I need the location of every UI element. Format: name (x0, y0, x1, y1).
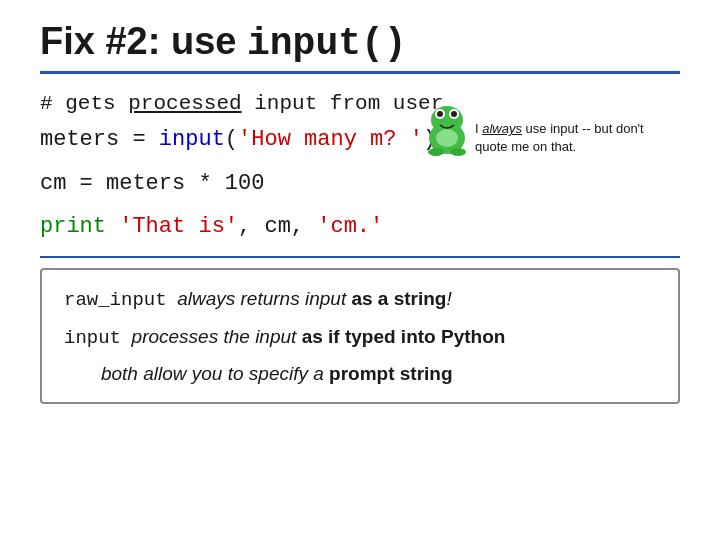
comment-underlined: processed (128, 92, 241, 115)
info-row3-italic: both allow you to specify a (101, 363, 329, 384)
info-row1-bold: as a string (351, 288, 446, 309)
svg-point-7 (450, 148, 466, 156)
title-area: Fix #2: use input() (40, 20, 680, 65)
cm-line: cm = meters * 100 (40, 169, 680, 199)
input-string: 'How many m? ' (238, 127, 423, 152)
cm-text: cm = meters * 100 (40, 171, 264, 196)
info-row1-italic: always returns input (177, 288, 351, 309)
input-code: input (64, 327, 121, 349)
tooltip-always: always (482, 121, 522, 136)
input-keyword: input (159, 127, 225, 152)
comment-line: # gets processed input from user (40, 92, 680, 115)
mascot-svg (420, 100, 475, 158)
title-code: input() (247, 22, 407, 65)
raw-input-code: raw_input (64, 289, 167, 311)
info-box: raw_input always returns input as a stri… (40, 268, 680, 404)
comment-rest: input from user (242, 92, 444, 115)
slide: Fix #2: use input() # gets processed inp… (0, 0, 720, 540)
top-divider (40, 71, 680, 74)
info-row2-bold: as if typed into Python (302, 326, 506, 347)
svg-point-6 (428, 148, 444, 156)
svg-point-5 (451, 111, 457, 117)
info-row2-italic: processes the input (132, 326, 302, 347)
print-line: print 'That is', cm, 'cm.' (40, 212, 680, 242)
print-keyword: print (40, 214, 106, 239)
svg-point-4 (437, 111, 443, 117)
info-row-2: input processes the input as if typed in… (64, 324, 656, 352)
content-area: # gets processed input from user meters … (40, 92, 680, 242)
comment-hash: # gets (40, 92, 128, 115)
print-str2: 'cm.' (317, 214, 383, 239)
tooltip-box: I always use input -- but don't quote me… (475, 120, 670, 156)
info-row-3: both allow you to specify a prompt strin… (64, 361, 656, 388)
mascot (420, 100, 475, 155)
bottom-divider (40, 256, 680, 258)
info-row-1: raw_input always returns input as a stri… (64, 286, 656, 314)
info-row1-exclaim: ! (446, 288, 451, 309)
title-prefix: Fix #2: use (40, 20, 247, 62)
info-row3-bold: prompt string (329, 363, 453, 384)
svg-point-8 (436, 129, 458, 147)
print-str1: 'That is' (119, 214, 238, 239)
